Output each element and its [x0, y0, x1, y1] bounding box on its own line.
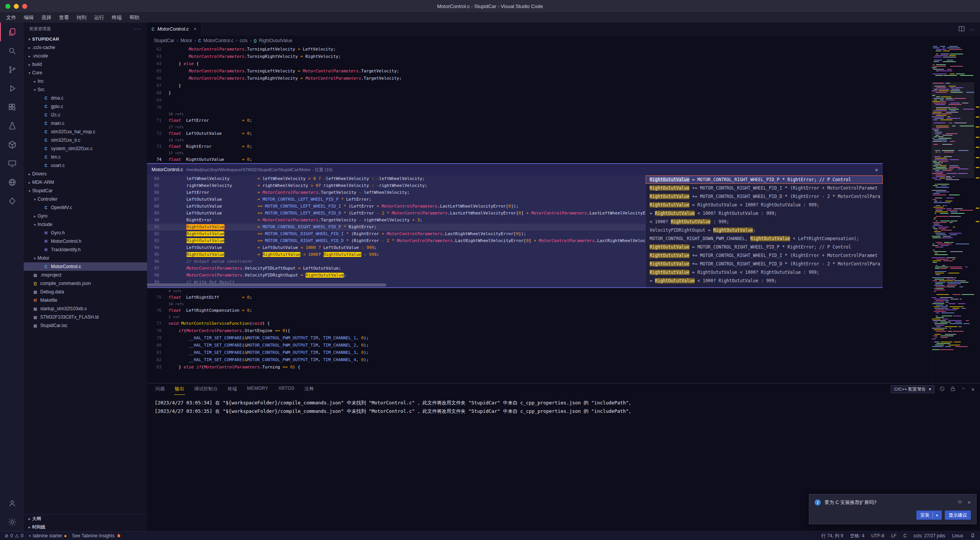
codelens-references[interactable]: 10 refs	[168, 137, 184, 143]
tree-file-i2c.c[interactable]: Ci2c.c	[24, 111, 147, 119]
clear-output-icon[interactable]	[939, 386, 945, 393]
code-line-85[interactable]: 85 rightWheelVelocity = rightWheelVeloci…	[147, 182, 645, 189]
tree-folder-Controller[interactable]: ▾Controller	[24, 195, 147, 203]
tabnine-icon[interactable]	[0, 191, 24, 210]
code-line-73[interactable]: 73float RightError = 0;	[147, 143, 931, 150]
code-line-68[interactable]: 68}	[147, 89, 931, 97]
code-line-90[interactable]: 90 RightError = MotorControlParameters.T…	[147, 217, 645, 224]
codelens-references[interactable]: 10 refs	[168, 111, 184, 117]
code-line-65[interactable]: 65 MotorControlParameters.TurningLeftVel…	[147, 67, 931, 75]
tree-file-Debug.data[interactable]: ▤Debug.data	[24, 288, 147, 296]
tree-folder-MDK-ARM[interactable]: ▸MDK-ARM	[24, 178, 147, 187]
menu-item[interactable]: 编辑	[20, 13, 38, 22]
tree-file-dma.c[interactable]: Cdma.c	[24, 94, 147, 102]
source-control-icon[interactable]	[0, 60, 24, 79]
tree-folder-Gyro[interactable]: ▸Gyro	[24, 212, 147, 220]
code-line-78[interactable]: 78 if(MotorControlParameters.StartEngine…	[147, 327, 931, 334]
tree-file-usart.c[interactable]: Cusart.c	[24, 161, 147, 170]
status-item[interactable]: C	[903, 533, 907, 539]
code-line-98[interactable]: 98 MotorControlParameters.VelocityPIDRig…	[147, 272, 645, 279]
run-debug-icon[interactable]	[0, 79, 24, 98]
status-item[interactable]: Linux	[952, 533, 963, 539]
code-line-77[interactable]: 77void MotorControlServiceFunction(void)…	[147, 320, 931, 327]
code-line-89[interactable]: 89 LeftOututValue += MOTOR_CONTROL_LEFT_…	[147, 210, 645, 217]
code-line-91[interactable]: 91 RightOututValue = MOTOR_CONTROL_RIGHT…	[147, 224, 645, 231]
status-item[interactable]: 空格: 4	[850, 533, 864, 539]
reference-result-row[interactable]: RightOututValue += MOTOR_CONTROL_RIGHT_W…	[646, 251, 883, 260]
breadcrumb-item[interactable]: Motor	[180, 38, 192, 43]
window-maximize-button[interactable]	[5, 4, 10, 9]
account-icon[interactable]	[0, 494, 24, 512]
tree-file-.mxproject[interactable]: ▤.mxproject	[24, 271, 147, 279]
show-suggestions-button[interactable]: 显示建议	[945, 511, 971, 520]
tree-file-compile_commands.json[interactable]: {}compile_commands.json	[24, 279, 147, 288]
code-line-71[interactable]: 71float LeftError = 0;	[147, 117, 931, 124]
tree-folder-Motor[interactable]: ▾Motor	[24, 254, 147, 262]
lock-scroll-icon[interactable]	[950, 386, 956, 393]
code-line-75[interactable]: 75float LeftRightDiff = 0;	[147, 294, 931, 301]
breadcrumb-item[interactable]: MotorControl.c	[203, 38, 234, 43]
install-button[interactable]: 安装 ▾	[916, 511, 942, 520]
peek-close-icon[interactable]: ×	[875, 167, 878, 173]
tree-root-stupidcar[interactable]: ▾ STUPIDCAR	[24, 35, 147, 43]
status-item[interactable]: 行 74, 列 9	[821, 533, 843, 539]
settings-gear-icon[interactable]	[0, 512, 24, 531]
panel-tab-终端[interactable]: 终端	[227, 383, 238, 395]
code-line-70[interactable]: 70	[147, 104, 931, 111]
breadcrumb-item[interactable]: RightOututValue	[259, 38, 292, 43]
tree-file-startup_stm32f103xb.s[interactable]: ▤startup_stm32f103xb.s	[24, 304, 147, 313]
reference-result-row[interactable]: VelocityPIDRightOuput = RightOututValue;	[646, 226, 883, 234]
output-channel-dropdown[interactable]: C/C++ 配置警告 ▾	[891, 385, 934, 393]
menu-item[interactable]: 文件	[2, 13, 20, 22]
code-line-69[interactable]: 69	[147, 97, 931, 104]
tabnine-insights-link[interactable]: See Tabnine Insights	[72, 533, 121, 539]
bell-icon[interactable]	[970, 533, 975, 539]
tree-file-system_stm32f1xx.c[interactable]: Csystem_stm32f1xx.c	[24, 144, 147, 153]
editor-more-actions-icon[interactable]: ···	[970, 26, 975, 32]
tree-file-tim.c[interactable]: Ctim.c	[24, 153, 147, 161]
liveshare-icon[interactable]	[0, 173, 24, 191]
codelens-references[interactable]: 1 ref	[168, 314, 180, 320]
minimap-slider[interactable]	[932, 82, 974, 178]
tree-file-stm32f1xx_it.c[interactable]: Cstm32f1xx_it.c	[24, 136, 147, 144]
tree-folder-Drivers[interactable]: ▸Drivers	[24, 170, 147, 178]
tree-folder-Inc[interactable]: ▸Inc	[24, 77, 147, 85]
menu-item[interactable]: 转到	[73, 13, 90, 22]
tree-folder-Core[interactable]: ▾Core	[24, 69, 147, 77]
problems-status[interactable]: ⊘0 ⚠0	[5, 533, 23, 538]
code-line-96[interactable]: 96 // Output value constraint	[147, 258, 645, 265]
reference-result-row[interactable]: = RightOututValue < 1000? RightOututValu…	[646, 209, 883, 218]
tree-file-StupidCar.ioc[interactable]: ▤StupidCar.ioc	[24, 321, 147, 330]
tree-file-Makefile[interactable]: MMakefile	[24, 296, 147, 304]
menu-item[interactable]: 帮助	[126, 13, 143, 22]
tree-file-MotorControl.c[interactable]: CMotorControl.c	[24, 262, 147, 271]
code-line-72[interactable]: 72float LeftOututValue = 0;	[147, 130, 931, 137]
editor-code-area[interactable]: 62 MotorControlParameters.TurningLeftVel…	[147, 46, 980, 383]
tab-close-icon[interactable]: ×	[194, 26, 196, 32]
reference-result-row[interactable]: MOTOR_CONTROL_RIGHT_DOWN_PWM_CHANNEL, Ri…	[646, 234, 883, 243]
code-line-92[interactable]: 92 RightOututValue += MOTOR_CONTROL_RIGH…	[147, 231, 645, 237]
panel-tab-问题[interactable]: 问题	[155, 383, 166, 395]
close-panel-icon[interactable]: ×	[971, 386, 975, 393]
tree-file-Gyro.h[interactable]: HGyro.h	[24, 229, 147, 237]
breadcrumb-item[interactable]: StupidCar	[154, 38, 174, 43]
code-line-95[interactable]: 95 RightOututValue = RightOututValue < 1…	[147, 251, 645, 258]
codelens-references[interactable]: 4 refs	[168, 288, 181, 294]
sidebar-section-大纲[interactable]: ▸大纲	[24, 514, 147, 523]
code-line-84[interactable]: 84 leftWheelVelocity = leftWheelVelocity…	[147, 175, 645, 182]
code-line-74[interactable]: 74float RightOututValue = 0;	[147, 156, 931, 163]
panel-tab-MEMORY[interactable]: MEMORY	[246, 383, 269, 395]
tree-file-TrackIdentify.h[interactable]: HTrackIdentify.h	[24, 245, 147, 254]
remote-explorer-icon[interactable]	[0, 154, 24, 173]
code-line-64[interactable]: 64 } else {	[147, 60, 931, 67]
code-line-79[interactable]: 79 __HAL_TIM_SET_COMPARE(&MOTOR_CONTROL_…	[147, 334, 931, 342]
explorer-icon[interactable]	[0, 23, 24, 41]
codelens-references[interactable]: 17 refs	[168, 124, 184, 130]
status-item[interactable]: ccls: 27/27 jobs	[914, 533, 946, 539]
code-line-80[interactable]: 80 __HAL_TIM_SET_COMPARE(&MOTOR_CONTROL_…	[147, 342, 931, 349]
panel-tab-注释[interactable]: 注释	[304, 383, 315, 395]
tree-file-main.c[interactable]: Cmain.c	[24, 119, 147, 128]
tree-folder-StupidCar[interactable]: ▾StupidCar	[24, 187, 147, 195]
breadcrumb-item[interactable]: ccls	[240, 38, 248, 43]
codelens-references[interactable]: 17 refs	[168, 150, 184, 156]
